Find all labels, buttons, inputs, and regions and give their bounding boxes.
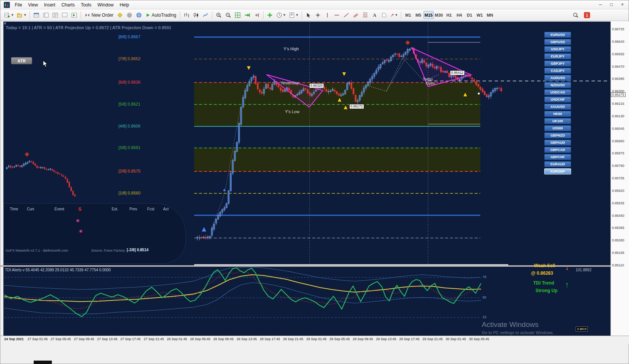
candle-chart-button[interactable] — [192, 11, 201, 20]
market-watch-icon — [33, 12, 39, 18]
menu-insert[interactable]: Insert — [41, 1, 58, 9]
fibonacci-icon — [362, 12, 368, 18]
bar-chart-icon — [184, 12, 190, 18]
tdi-indicator-panel[interactable] — [3, 267, 610, 336]
crosshair-button[interactable] — [313, 11, 322, 20]
symbol-button-gbpaud[interactable]: GBPAUD — [544, 140, 571, 146]
bar-chart-button[interactable] — [182, 11, 191, 20]
data-window-icon — [43, 12, 49, 18]
profiles-button[interactable]: ▼ — [15, 11, 27, 20]
atr-button[interactable]: ATR — [11, 57, 32, 64]
symbol-button-eurjpy[interactable]: EURJPY — [544, 53, 571, 59]
text-button[interactable]: A — [370, 11, 379, 20]
tile-windows-button[interactable] — [233, 11, 242, 20]
minimize-button[interactable]: ─ — [595, 1, 606, 8]
new-order-button[interactable]: New Order — [83, 11, 115, 20]
vertical-line-button[interactable] — [323, 11, 332, 20]
symbol-button-usdjpy[interactable]: USDJPY — [544, 46, 571, 52]
timeframe-m1[interactable]: M1 — [403, 11, 413, 19]
shapes-button[interactable]: ↗▼ — [389, 11, 399, 20]
timeframe-m5[interactable]: M5 — [413, 11, 423, 19]
new-chart-icon — [4, 12, 10, 18]
auto-scroll-button[interactable] — [243, 11, 252, 20]
line-chart-button[interactable] — [201, 11, 210, 20]
symbol-button-audusd[interactable]: AUDUSD — [544, 75, 571, 81]
symbol-button-gbpcad[interactable]: GBPCAD — [544, 147, 571, 153]
timeframe-w1[interactable]: W1 — [475, 11, 485, 19]
cursor-icon — [305, 12, 311, 18]
data-window-button[interactable] — [41, 11, 50, 20]
horizontal-line-button[interactable] — [332, 11, 341, 20]
menu-help[interactable]: Help — [117, 1, 132, 9]
fibonacci-button[interactable] — [361, 11, 370, 20]
symbol-button-gbpchf[interactable]: GBPCHF — [544, 154, 571, 160]
restore-button[interactable]: □ — [606, 1, 617, 8]
timeframe-h4[interactable]: H4 — [454, 11, 464, 19]
symbol-button-us500[interactable]: US500 — [544, 125, 571, 131]
channel-button[interactable] — [351, 11, 360, 20]
indicators-button[interactable] — [265, 11, 274, 20]
cursor-button[interactable] — [304, 11, 313, 20]
new-order-icon — [84, 12, 90, 18]
timeframe-m15[interactable]: M15 — [423, 11, 434, 19]
zoom-out-button[interactable] — [224, 11, 233, 20]
menu-view[interactable]: View — [25, 1, 41, 9]
search-button[interactable] — [571, 11, 580, 20]
timeframe-d1[interactable]: D1 — [464, 11, 475, 19]
label-icon — [381, 12, 387, 18]
navigator-icon — [52, 12, 58, 18]
notifications-badge[interactable]: 1 — [584, 12, 590, 18]
timeframe-h1[interactable]: H1 — [444, 11, 454, 19]
symbol-button-cadjpy[interactable]: CADJPY — [544, 68, 571, 74]
menu-file[interactable]: File — [12, 1, 25, 9]
horizontal-scrollbar-thumb[interactable] — [34, 361, 52, 364]
template-icon — [289, 12, 295, 18]
metaeditor-button[interactable] — [115, 11, 125, 20]
symbol-button-xauusd[interactable]: XAUUSD — [544, 104, 571, 110]
market-button[interactable] — [134, 11, 143, 20]
terminal-button[interactable] — [60, 11, 69, 20]
strategy-tester-button[interactable] — [70, 11, 79, 20]
zoom-in-icon — [216, 12, 222, 18]
crosshair-icon — [315, 12, 321, 18]
symbol-button-gbpjpy[interactable]: GBPJPY — [544, 61, 571, 67]
menu-tools[interactable]: Tools — [78, 1, 95, 9]
time-axis[interactable] — [0, 336, 629, 344]
zoom-in-button[interactable] — [214, 11, 223, 20]
window-controls: ─ □ × — [595, 1, 628, 8]
timeframe-mn[interactable]: MN — [485, 11, 495, 19]
menu-window[interactable]: Window — [95, 1, 117, 9]
symbol-button-hk50[interactable]: HK50 — [544, 111, 571, 117]
new-chart-button[interactable]: ▼ — [3, 11, 15, 20]
tile-windows-icon — [235, 12, 241, 18]
symbol-button-usdchf[interactable]: USDCHF — [544, 96, 571, 103]
menu-charts[interactable]: Charts — [58, 1, 78, 9]
vertical-line-icon — [324, 12, 330, 18]
symbol-button-eurgbp[interactable]: EURGBP — [544, 168, 571, 174]
timeframe-m30[interactable]: M30 — [434, 11, 444, 19]
close-button[interactable]: × — [617, 1, 628, 8]
terminal-icon — [62, 12, 68, 18]
expert-advisors-button[interactable] — [125, 11, 134, 20]
label-button[interactable] — [380, 11, 389, 20]
symbol-button-eurusd[interactable]: EURUSD — [544, 32, 571, 38]
template-button[interactable]: ▼ — [287, 11, 299, 20]
trendline-button[interactable] — [342, 11, 351, 20]
navigator-button[interactable] — [51, 11, 60, 20]
price-axis[interactable] — [610, 22, 629, 336]
main-chart[interactable] — [3, 22, 610, 265]
candle-chart-icon — [193, 12, 199, 18]
symbol-button-gbpnzd[interactable]: GBPNZD — [544, 132, 571, 138]
symbol-button-euraud[interactable]: EURAUD — [544, 161, 571, 167]
symbol-button-gbpusd[interactable]: GBPUSD — [544, 39, 571, 45]
symbol-button-usdcad[interactable]: USDCAD — [544, 89, 571, 95]
market-watch-button[interactable] — [32, 11, 41, 20]
periods-button[interactable]: ▼ — [275, 11, 287, 20]
chart-shift-button[interactable] — [252, 11, 261, 20]
menu-bar: FileViewInsertChartsToolsWindowHelp ─ □ … — [0, 0, 629, 9]
symbol-button-uk100[interactable]: UK100 — [544, 118, 571, 124]
symbol-button-nzdusd[interactable]: NZDUSD — [544, 82, 571, 88]
toolbar: ▼ ▼ New Order AutoTrading ▼ ▼ — [0, 9, 629, 21]
menu-items: FileViewInsertChartsToolsWindowHelp — [12, 1, 132, 9]
autotrading-button[interactable]: AutoTrading — [144, 11, 178, 20]
